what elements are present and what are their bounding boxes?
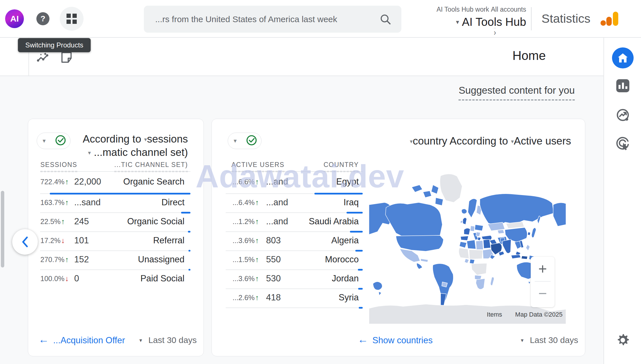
map-items-label: Items	[487, 311, 502, 318]
nav-reports-button[interactable]	[616, 79, 629, 92]
help-button[interactable]: ?	[36, 12, 49, 25]
top-app-bar: AI ? ...rs from the United States of Ame…	[0, 0, 641, 38]
zoom-in-button[interactable]: +	[531, 257, 555, 281]
trend-up-icon: ↑	[255, 236, 259, 244]
search-input[interactable]: ...rs from the United States of America …	[144, 6, 401, 33]
switching-products-tooltip: Switching Products	[18, 38, 91, 52]
settings-button[interactable]	[616, 333, 630, 348]
search-icon[interactable]	[379, 13, 392, 27]
page-title: Home	[513, 49, 546, 63]
ai-product-logo[interactable]: AI	[5, 9, 24, 28]
show-countries-link[interactable]: Show countries	[372, 335, 433, 346]
progress-bar	[359, 307, 363, 309]
navigation-sidebar	[603, 38, 641, 364]
chevron-down-icon[interactable]: ▾	[234, 137, 237, 144]
bar-chart-icon	[618, 83, 628, 89]
trend-up-icon: ↑	[255, 217, 259, 225]
world-map[interactable]: + − ItemsMap Data ©2025	[369, 165, 566, 324]
card-options-pill[interactable]: ▾	[228, 133, 262, 149]
apps-grid-button[interactable]	[60, 7, 84, 31]
ads-target-icon	[615, 135, 630, 151]
card-title: According to ▾sessions ▾ ...matic channe…	[83, 133, 188, 159]
vertical-scrollbar[interactable]	[1, 191, 4, 267]
check-circle-icon	[55, 135, 66, 147]
question-mark-icon: ?	[40, 14, 45, 23]
zoom-out-button[interactable]: −	[531, 282, 555, 305]
explore-icon	[615, 108, 630, 122]
back-arrow-icon[interactable]: ←	[38, 334, 49, 346]
row-progress-track	[226, 307, 363, 308]
notes-icon[interactable]	[60, 51, 73, 64]
trend-up-icon: ↑	[255, 274, 259, 283]
table-row[interactable]: 722.4%↑ 22,000Organic Search	[28, 172, 204, 194]
breadcrumb-chevron-icon: ›	[494, 28, 496, 28]
acquisition-offer-link[interactable]: ...Acquisition Offer	[53, 335, 125, 346]
column-header-dimension[interactable]: COUNTRY	[323, 161, 359, 172]
map-zoom-control: + −	[531, 257, 555, 307]
users-by-country-card: ▾ ▾country According to ▾Active users AC…	[211, 119, 585, 356]
home-icon	[617, 53, 628, 63]
trend-up-icon: ↑	[255, 198, 259, 206]
nav-explore-button[interactable]	[615, 108, 630, 124]
table-row[interactable]: 100.0%↓ 0Paid Social	[28, 270, 204, 289]
grid-icon	[67, 14, 77, 24]
chevron-down-icon: ▾	[521, 337, 524, 343]
column-header-dimension[interactable]: ...TIC CHANNEL SET)	[114, 161, 188, 172]
chevron-down-icon[interactable]: ▾	[43, 137, 46, 144]
trend-up-icon: ↑	[61, 217, 65, 225]
column-header-metric[interactable]: ACTIVE USERS	[231, 161, 285, 172]
chevron-down-icon[interactable]: ▾	[88, 150, 91, 156]
card-title: ▾country According to ▾Active users	[410, 135, 571, 148]
card-footer: ← ...Acquisition Offer ▾Last 30 days	[28, 332, 204, 350]
column-header-metric[interactable]: SESSIONS	[40, 161, 77, 172]
date-range-selector[interactable]: ▾Last 30 days	[139, 335, 197, 345]
product-name: Statistics	[542, 0, 590, 37]
trend-down-icon: ↓	[61, 236, 65, 244]
trend-up-icon: ↑	[255, 255, 259, 263]
breadcrumb-all-accounts[interactable]: All accounts	[491, 6, 526, 13]
ai-logo-text: AI	[10, 14, 19, 24]
nav-advertising-button[interactable]	[615, 135, 630, 152]
chevron-down-icon[interactable]: ▾	[144, 136, 147, 143]
card-footer: ← Show countries ▾Last 30 days	[212, 332, 585, 350]
account-breadcrumb[interactable]: AI Tools Hub work › All accounts ▾AI Too…	[437, 6, 526, 28]
card-options-pill[interactable]: ▾	[37, 133, 70, 149]
table-row[interactable]: 22.5%↑ 245Organic Social	[28, 213, 204, 232]
trend-up-icon: ↑	[65, 198, 69, 206]
table-row[interactable]: 270.7%↑ 152Unassigned	[28, 251, 204, 270]
chevron-down-icon[interactable]: ▾	[511, 138, 514, 145]
gear-icon	[616, 333, 630, 347]
analytics-logo-icon	[600, 9, 619, 29]
table-row[interactable]: 163.7%↑ ...sandDirect	[28, 194, 204, 213]
date-range-selector[interactable]: ▾Last 30 days	[521, 335, 578, 345]
trend-up-icon: ↑	[65, 255, 69, 263]
trend-down-icon: ↓	[65, 274, 69, 283]
nav-home-button[interactable]	[612, 47, 634, 68]
trend-up-icon: ↑	[255, 177, 259, 186]
trend-up-icon: ↑	[65, 177, 69, 186]
chevron-down-icon[interactable]: ▾	[410, 138, 413, 145]
check-circle-icon	[246, 135, 257, 147]
search-value: ...rs from the United States of America …	[155, 6, 337, 33]
insights-icon[interactable]	[36, 51, 49, 64]
row-progress-track	[40, 288, 190, 289]
trend-up-icon: ↑	[255, 293, 259, 302]
map-copyright: Map Data ©2025	[515, 311, 563, 318]
table-row[interactable]: 17.2%↓ 101Referral	[28, 232, 204, 251]
back-arrow-icon[interactable]: ←	[358, 334, 368, 346]
map-attribution: ItemsMap Data ©2025	[487, 311, 563, 318]
suggested-content-heading[interactable]: Suggested content for you	[459, 85, 575, 101]
header-divider	[531, 7, 532, 30]
analytics-home-screen: AI ? ...rs from the United States of Ame…	[0, 0, 641, 364]
breadcrumb-account[interactable]: AI Tools Hub work	[437, 6, 489, 13]
chevron-down-icon: ▾	[456, 18, 459, 26]
sessions-by-channel-card: ▾ According to ▾sessions ▾ ...matic chan…	[28, 119, 204, 356]
property-name[interactable]: AI Tools Hub	[462, 16, 526, 28]
chevron-down-icon: ▾	[139, 337, 142, 343]
collapse-panel-button[interactable]	[12, 229, 38, 255]
